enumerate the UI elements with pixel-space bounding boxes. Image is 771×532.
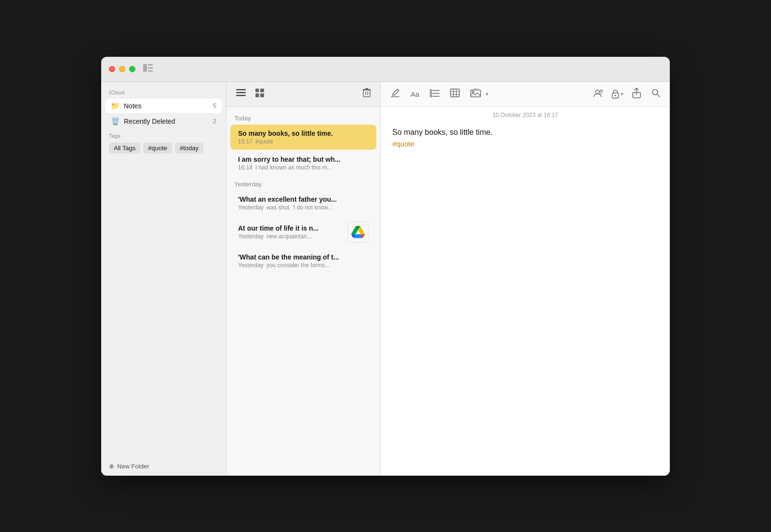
editor-body[interactable]: So many books, so little time. #quote: [381, 120, 670, 476]
note-time-4: Yesterday: [238, 233, 264, 240]
sidebar-item-notes[interactable]: 📁 Notes 5: [105, 99, 222, 113]
note-item-4-text: At our time of life it is n... Yesterday…: [238, 224, 344, 240]
maximize-button[interactable]: [129, 66, 135, 72]
svg-rect-15: [365, 88, 368, 89]
sidebar-toggle-icon[interactable]: [143, 64, 153, 74]
svg-rect-13: [368, 91, 369, 95]
sidebar-footer: ⊕ New Folder: [101, 457, 226, 476]
app-window: iCloud 📁 Notes 5 🗑️ Recently Deleted 2 T…: [101, 57, 670, 476]
note-title-1: So many books, so little time.: [238, 130, 369, 137]
tags-section-label: Tags: [109, 133, 218, 139]
attachment-icon[interactable]: [468, 87, 483, 102]
note-time-2: 16:14: [238, 164, 253, 171]
svg-line-35: [657, 94, 660, 97]
sidebar-recently-deleted-count: 2: [213, 117, 216, 125]
svg-rect-5: [236, 92, 246, 93]
font-icon[interactable]: Aa: [409, 88, 421, 100]
note-item-1[interactable]: So many books, so little time. 16:17 #qu…: [230, 125, 376, 150]
notes-list-panel: Today So many books, so little time. 16:…: [226, 82, 381, 476]
plus-circle-icon: ⊕: [109, 463, 114, 470]
trash-icon: 🗑️: [111, 117, 120, 126]
editor-toolbar: Aa: [381, 82, 670, 107]
svg-rect-9: [255, 93, 259, 97]
editor-note-title: So many books, so little time.: [392, 128, 658, 137]
svg-rect-6: [236, 95, 246, 96]
note-time-1: 16:17: [238, 138, 253, 145]
list-view-button[interactable]: [234, 87, 248, 101]
svg-rect-3: [148, 70, 153, 72]
sidebar: iCloud 📁 Notes 5 🗑️ Recently Deleted 2 T…: [101, 82, 226, 476]
svg-rect-7: [255, 89, 259, 92]
checklist-icon[interactable]: [428, 87, 441, 102]
tag-quote[interactable]: #quote: [143, 143, 172, 154]
sidebar-notes-count: 5: [213, 102, 216, 109]
note-preview-3: was shut. 'I do not know...: [266, 204, 332, 211]
note-title-3: 'What an excellent father you...: [238, 195, 369, 203]
gdrive-attachment: [347, 221, 369, 243]
svg-point-18: [430, 95, 432, 97]
compose-icon[interactable]: [388, 86, 402, 102]
svg-rect-8: [260, 89, 264, 92]
note-time-5: Yesterday: [238, 262, 264, 269]
svg-point-32: [615, 95, 616, 96]
svg-rect-1: [148, 64, 153, 65]
new-folder-button[interactable]: ⊕ New Folder: [109, 463, 218, 470]
lock-button[interactable]: ▾: [611, 89, 624, 99]
minimize-button[interactable]: [119, 66, 125, 72]
note-meta-3: Yesterday was shut. 'I do not know...: [238, 204, 369, 211]
note-time-3: Yesterday: [238, 204, 264, 211]
svg-point-16: [430, 90, 432, 91]
tag-today[interactable]: #today: [175, 143, 203, 154]
grid-view-button[interactable]: [253, 87, 266, 102]
icloud-label: iCloud: [101, 82, 226, 98]
tags-list: All Tags #quote #today: [109, 143, 218, 154]
note-item-2[interactable]: I am sorry to hear that; but wh... 16:14…: [230, 151, 376, 176]
editor-hashtag: #quote: [392, 140, 658, 148]
svg-rect-0: [143, 64, 147, 72]
new-folder-label: New Folder: [117, 463, 149, 470]
note-tag-1: #quote: [255, 138, 273, 145]
share-icon[interactable]: [630, 86, 643, 103]
note-meta-4: Yesterday new acquaintan...: [238, 233, 344, 240]
svg-rect-4: [236, 89, 246, 91]
svg-point-34: [652, 90, 658, 95]
svg-rect-14: [363, 89, 371, 90]
sidebar-recently-deleted-label: Recently Deleted: [124, 117, 213, 125]
svg-rect-22: [451, 89, 460, 97]
main-content: iCloud 📁 Notes 5 🗑️ Recently Deleted 2 T…: [101, 82, 670, 476]
note-title-4: At our time of life it is n...: [238, 224, 344, 232]
tag-all-tags[interactable]: All Tags: [109, 143, 140, 154]
note-item-4[interactable]: At our time of life it is n... Yesterday…: [230, 217, 376, 247]
sidebar-item-recently-deleted[interactable]: 🗑️ Recently Deleted 2: [105, 114, 222, 129]
table-icon[interactable]: [448, 87, 462, 102]
note-item-3[interactable]: 'What an excellent father you... Yesterd…: [230, 191, 376, 216]
tags-section: Tags All Tags #quote #today: [101, 129, 226, 157]
editor-date: 10 October 2023 at 16:17: [381, 107, 670, 120]
note-item-5[interactable]: 'What can be the meaning of t... Yesterd…: [230, 248, 376, 273]
svg-rect-2: [148, 67, 153, 68]
svg-rect-27: [471, 90, 481, 97]
lock-chevron: ▾: [621, 91, 624, 97]
yesterday-section-header: Yesterday: [226, 177, 380, 190]
today-section-header: Today: [226, 111, 380, 124]
sidebar-notes-label: Notes: [124, 102, 213, 110]
svg-rect-12: [365, 91, 366, 95]
close-button[interactable]: [109, 66, 115, 72]
search-icon[interactable]: [650, 87, 662, 102]
note-item-4-inner: At our time of life it is n... Yesterday…: [238, 221, 369, 243]
titlebar: [101, 57, 670, 82]
svg-rect-10: [260, 93, 264, 97]
note-editor-panel: Aa: [381, 82, 670, 476]
svg-point-30: [600, 90, 603, 92]
notes-list-content: Today So many books, so little time. 16:…: [226, 107, 380, 476]
svg-point-17: [430, 92, 432, 94]
note-meta-1: 16:17 #quote: [238, 138, 369, 145]
note-title-2: I am sorry to hear that; but wh...: [238, 156, 369, 163]
delete-note-button[interactable]: [361, 86, 372, 102]
notes-list-toolbar: [226, 82, 380, 107]
note-meta-2: 16:14 I had known as much this m...: [238, 164, 369, 171]
svg-point-29: [596, 90, 599, 94]
note-preview-5: you consider the forms...: [266, 262, 330, 269]
note-preview-2: I had known as much this m...: [255, 164, 332, 171]
collaborate-icon[interactable]: [590, 87, 605, 102]
